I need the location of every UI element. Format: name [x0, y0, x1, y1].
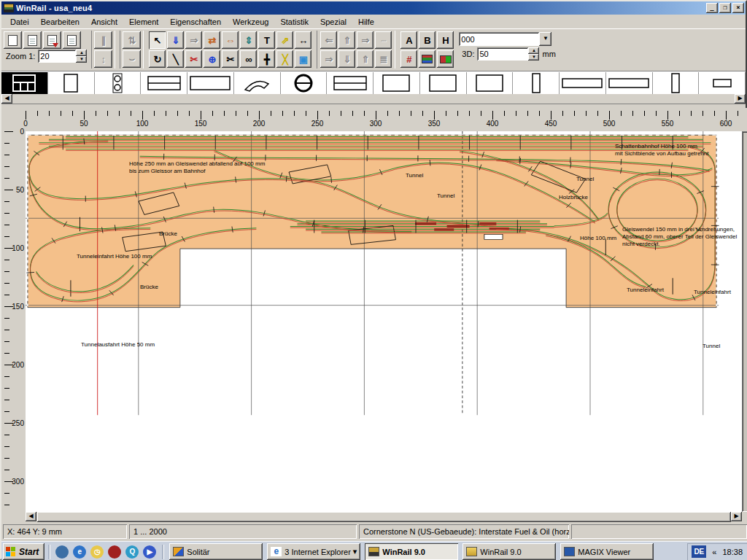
select-tool[interactable]: ↖	[149, 31, 166, 49]
element-signal[interactable]	[95, 72, 142, 94]
hscroll-left-icon[interactable]: ◀	[26, 512, 36, 521]
element-rect-md-3[interactable]	[467, 72, 514, 94]
stretch-h-tool-icon: ⇔	[225, 35, 235, 46]
desktop-icon[interactable]	[55, 545, 69, 559]
image-tool-icon: ▣	[299, 54, 308, 65]
menu-datei[interactable]: Datei	[4, 16, 35, 28]
menu-bearbeiten[interactable]: Bearbeiten	[35, 16, 85, 28]
player-icon[interactable]: ▶	[143, 545, 156, 559]
open-file-button[interactable]	[23, 31, 42, 49]
element-turnout-grid[interactable]	[1, 72, 48, 94]
insert-tool-icon: ⇓	[171, 35, 179, 46]
element-rect-small[interactable]	[48, 72, 95, 94]
height-label-toggle[interactable]: H	[437, 31, 454, 49]
menu-ansicht[interactable]: Ansicht	[85, 16, 123, 28]
vruler-label-250: 250	[12, 419, 24, 427]
minimize-button[interactable]: _	[706, 3, 718, 13]
magix-icon	[564, 547, 575, 556]
parallel-tool-disabled: ∥	[94, 31, 112, 49]
menu-werkzeug[interactable]: Werkzeug	[227, 16, 274, 28]
menu-eigenschaften[interactable]: Eigenschaften	[164, 16, 227, 28]
threed-down-icon[interactable]: ▼	[528, 54, 539, 61]
hscroll-right-icon[interactable]: ▶	[731, 512, 742, 521]
insert-tool[interactable]: ⇓	[167, 31, 184, 49]
stretch-v-tool[interactable]: ⇕	[240, 31, 257, 49]
task-button-1[interactable]: Solitär	[169, 543, 263, 560]
layer-combo[interactable]	[459, 32, 539, 46]
language-indicator[interactable]: DE	[692, 545, 706, 558]
swap-tool[interactable]: ⇄	[204, 31, 220, 49]
task-button-3[interactable]: WinRail 9.0	[365, 543, 458, 560]
threed-up-icon[interactable]: ▲	[528, 47, 539, 54]
menu-spezial[interactable]: Spezial	[314, 16, 352, 28]
layer-combo-dropdown-icon[interactable]: ▼	[539, 32, 551, 46]
start-button[interactable]: Start	[3, 543, 44, 560]
zoom-down-icon[interactable]: ▼	[76, 56, 87, 63]
measure-tool[interactable]: ↔	[295, 31, 311, 49]
image-tool[interactable]: ▣	[295, 50, 311, 68]
join-tool[interactable]: ∞	[240, 50, 257, 68]
menu-element[interactable]: Element	[123, 16, 164, 28]
new-file-button-icon	[8, 35, 18, 46]
new-file-button[interactable]	[4, 31, 22, 49]
element-rect-wide[interactable]	[187, 72, 234, 94]
clock-icon[interactable]: ◷	[90, 545, 104, 559]
quicktime-icon[interactable]: Q	[125, 545, 139, 559]
zoom-in-tool[interactable]: ⊕	[204, 50, 220, 68]
close-button[interactable]: ×	[732, 3, 744, 13]
track-plan-canvas[interactable]: Höhe 250 mm an Gleiswendel abfallend auf…	[26, 131, 742, 512]
tray-collapse-icon[interactable]: «	[712, 548, 716, 556]
select-tool-icon: ↖	[153, 35, 161, 46]
zoom-input[interactable]	[38, 50, 76, 63]
maximize-button[interactable]: ❐	[719, 3, 731, 13]
stretch-h-tool[interactable]: ⇔	[222, 31, 239, 49]
rotate-tool[interactable]: ↻	[149, 50, 166, 68]
move-tool[interactable]: ╋	[258, 50, 275, 68]
element-bar-vertical-2[interactable]	[653, 72, 700, 94]
ie-icon[interactable]: e	[73, 545, 86, 559]
save-export-button[interactable]	[43, 31, 61, 49]
menu-hilfe[interactable]: Hilfe	[352, 16, 380, 28]
element-rect-thin-1[interactable]	[560, 72, 606, 94]
element-rect-md-2[interactable]	[420, 72, 467, 94]
element-rect-md-1[interactable]	[374, 72, 420, 94]
print-button[interactable]	[63, 31, 81, 49]
palette-scrollbar[interactable]: ◀ ▶	[1, 93, 746, 104]
grid-toggle[interactable]: #	[400, 50, 417, 68]
threed-spinner[interactable]: ▲▼	[528, 47, 539, 61]
layers-toggle[interactable]	[419, 50, 436, 68]
element-rect-split[interactable]	[141, 72, 187, 94]
media-icon[interactable]	[108, 545, 121, 559]
article-toggle[interactable]: A	[400, 31, 417, 49]
detach-tool[interactable]: ✂	[185, 50, 202, 68]
view-group: ABH#	[400, 31, 454, 69]
vertical-scrollbar[interactable]	[742, 131, 747, 512]
label-toggle[interactable]: B	[419, 31, 436, 49]
horizontal-scrollbar[interactable]: ◀ ▶	[26, 512, 742, 522]
element-rect-xs[interactable]	[699, 72, 746, 94]
zoom-spinner[interactable]: ▲▼	[76, 50, 87, 63]
threed-input[interactable]	[477, 47, 528, 61]
zoom-up-icon[interactable]: ▲	[76, 50, 87, 56]
cut-tool[interactable]: ✂	[222, 50, 239, 68]
line-tool[interactable]: ╲	[167, 50, 184, 68]
task-dropdown-icon[interactable]: ▾	[353, 547, 357, 556]
task-button-4[interactable]: WinRail 9.0	[462, 543, 556, 560]
task-button-2[interactable]: e3 Internet Explorer▾	[267, 543, 360, 560]
hscroll-thumb[interactable]	[37, 512, 731, 522]
cross-tool[interactable]: ╳	[276, 50, 293, 68]
menu-statistik[interactable]: Statistik	[274, 16, 314, 28]
element-rect-thin-2[interactable]	[606, 72, 653, 94]
window-title: WinRail - usa_neu4	[16, 4, 92, 12]
element-bar-vertical-1[interactable]	[513, 72, 560, 94]
slope-tool[interactable]: ⇗	[276, 31, 293, 49]
element-circle-crossed[interactable]	[281, 72, 328, 94]
task-button-5[interactable]: MAGIX Viewer	[560, 543, 654, 560]
element-rect-split-b[interactable]	[327, 72, 374, 94]
palette-scroll-left-icon[interactable]: ◀	[1, 94, 12, 104]
element-curve[interactable]	[234, 72, 281, 94]
palette-scroll-right-icon[interactable]: ▶	[735, 94, 746, 104]
colors-toggle[interactable]	[437, 50, 454, 68]
title-bar[interactable]: WinRail - usa_neu4 _ ❐ ×	[1, 1, 746, 15]
text-tool[interactable]: T	[258, 31, 275, 49]
